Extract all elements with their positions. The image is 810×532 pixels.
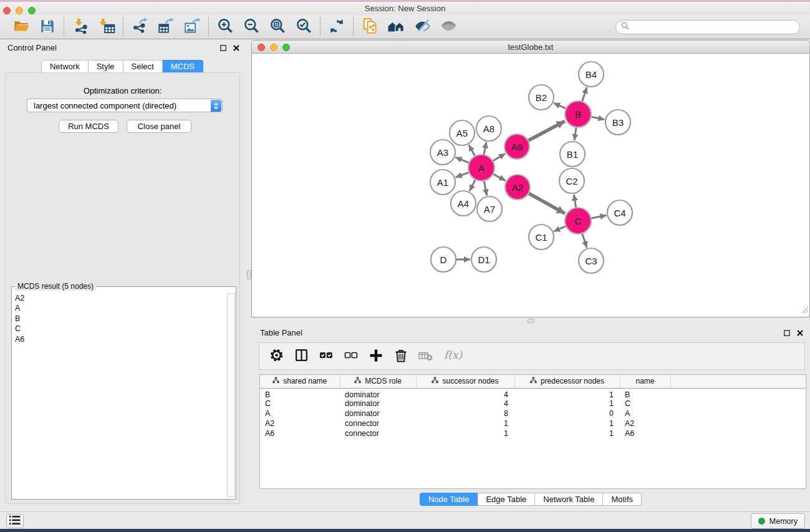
table-cell[interactable]: connector [340, 418, 416, 428]
import-table-from-file-button[interactable] [96, 16, 117, 37]
close-window-button[interactable] [3, 7, 11, 14]
graph-node[interactable]: C2 [559, 168, 584, 193]
graph-node[interactable]: C4 [607, 200, 632, 225]
table-cell[interactable]: 1 [514, 418, 620, 428]
table-cell[interactable]: 4 [416, 399, 514, 409]
table-cell[interactable]: A [260, 409, 340, 418]
network-canvas[interactable]: AA1A2A3A4A5A6A7A8BB1B2B3B4CC1C2C3C4DD1 [251, 54, 810, 317]
network-graph[interactable]: AA1A2A3A4A5A6A7A8BB1B2B3B4CC1C2C3C4DD1 [252, 54, 809, 316]
result-list-item[interactable]: A2 [15, 293, 226, 303]
table-cell[interactable]: 1 [514, 399, 620, 409]
close-panel-icon[interactable] [233, 44, 240, 52]
duplicate-network-button[interactable] [359, 16, 380, 37]
graph-node[interactable]: A3 [430, 140, 455, 165]
table-row[interactable]: Cdominator41C [260, 399, 805, 409]
show-graphics-details-button[interactable] [438, 16, 459, 37]
table-cell[interactable]: B [260, 388, 340, 399]
delete-columns-button[interactable] [393, 348, 409, 364]
zoom-in-button[interactable] [215, 16, 236, 37]
deselect-all-rows-button[interactable] [343, 348, 359, 364]
graph-node[interactable]: A4 [451, 191, 476, 216]
tab-edge-table[interactable]: Edge Table [478, 493, 535, 506]
import-network-from-file-button[interactable] [70, 16, 91, 37]
show-column-button[interactable] [293, 348, 309, 364]
column-header-name[interactable]: name [620, 375, 670, 388]
graph-node[interactable]: A6 [504, 134, 529, 159]
resize-grip-icon[interactable] [801, 305, 809, 316]
zoom-out-button[interactable] [241, 16, 262, 37]
float-table-panel-icon[interactable] [783, 329, 791, 337]
export-network-button[interactable] [129, 16, 150, 37]
graph-node[interactable]: B1 [560, 142, 585, 167]
hide-graphics-details-button[interactable] [412, 16, 433, 37]
table-cell[interactable]: A2 [260, 418, 340, 428]
graph-node[interactable]: C [565, 208, 591, 234]
network-window-titlebar[interactable]: testGlobe.txt [251, 40, 810, 54]
network-minimize-button[interactable] [270, 44, 277, 51]
tab-node-table[interactable]: Node Table [420, 493, 478, 506]
vertical-splitter-handle[interactable] [247, 270, 251, 279]
zoom-fit-content-button[interactable] [267, 16, 288, 37]
graph-node[interactable]: A1 [430, 170, 455, 195]
column-header-successor-nodes[interactable]: successor nodes [416, 375, 514, 388]
graph-node[interactable]: D1 [471, 247, 496, 272]
table-cell[interactable]: 1 [416, 428, 514, 438]
graph-node[interactable]: A5 [450, 120, 475, 145]
table-cell[interactable]: 0 [514, 409, 620, 418]
table-cell[interactable]: 4 [416, 388, 514, 399]
criterion-select[interactable]: largest connected component (directed) [27, 99, 223, 112]
export-table-button[interactable] [155, 16, 176, 37]
table-cell[interactable]: A6 [260, 428, 340, 438]
table-cell[interactable]: C [620, 399, 670, 409]
float-panel-icon[interactable] [219, 44, 227, 52]
minimize-window-button[interactable] [16, 7, 23, 14]
save-session-button[interactable] [37, 16, 58, 37]
zoom-selected-region-button[interactable] [293, 16, 314, 37]
graph-node[interactable]: C3 [579, 248, 604, 273]
table-cell[interactable]: A2 [620, 418, 670, 428]
tab-style[interactable]: Style [89, 60, 123, 73]
task-history-button[interactable] [6, 514, 24, 528]
tab-select[interactable]: Select [123, 60, 163, 73]
table-row[interactable]: A6connector11A6 [260, 428, 805, 438]
table-cell[interactable]: connector [340, 428, 416, 438]
create-new-column-button[interactable] [368, 348, 384, 364]
table-cell[interactable]: 1 [416, 418, 514, 428]
change-table-mode-button[interactable] [268, 348, 284, 364]
table-cell[interactable]: 1 [514, 388, 620, 399]
tab-network[interactable]: Network [41, 60, 89, 73]
result-list-item[interactable]: C [15, 324, 226, 334]
result-list-item[interactable]: A6 [15, 334, 226, 344]
graph-node[interactable]: B2 [529, 85, 554, 110]
table-cell[interactable]: 1 [514, 428, 620, 438]
network-close-button[interactable] [258, 44, 265, 51]
graph-node[interactable]: A7 [477, 196, 502, 221]
table-row[interactable]: Bdominator41B [260, 388, 805, 399]
network-overview-button[interactable] [385, 16, 407, 37]
result-list-item[interactable]: B [15, 314, 226, 324]
open-session-button[interactable] [11, 16, 32, 37]
table-cell[interactable]: dominator [340, 409, 416, 418]
table-cell[interactable]: dominator [340, 388, 416, 399]
graph-node[interactable]: D [431, 247, 456, 272]
network-zoom-button[interactable] [282, 44, 290, 51]
table-row[interactable]: A2connector11A2 [260, 418, 805, 428]
result-list-item[interactable]: A [15, 303, 226, 313]
column-header-MCDS-role[interactable]: MCDS role [340, 375, 416, 388]
table-row[interactable]: Adominator80A [260, 409, 805, 418]
tab-mcds[interactable]: MCDS [163, 60, 203, 73]
search-box[interactable] [615, 20, 800, 34]
horizontal-splitter-handle[interactable] [528, 319, 534, 323]
apply-preferred-layout-button[interactable] [326, 16, 347, 37]
close-table-panel-icon[interactable] [796, 329, 804, 337]
zoom-window-button[interactable] [28, 7, 36, 14]
table-cell[interactable]: 8 [416, 409, 514, 418]
result-scrollbar[interactable] [227, 293, 235, 497]
table-cell[interactable]: B [620, 388, 670, 399]
tab-motifs[interactable]: Motifs [603, 493, 642, 506]
column-header-shared-name[interactable]: shared name [260, 375, 340, 388]
search-input[interactable] [632, 22, 794, 31]
table-cell[interactable]: dominator [340, 399, 416, 409]
graph-node[interactable]: A8 [476, 116, 501, 141]
table-cell[interactable]: C [260, 399, 340, 409]
